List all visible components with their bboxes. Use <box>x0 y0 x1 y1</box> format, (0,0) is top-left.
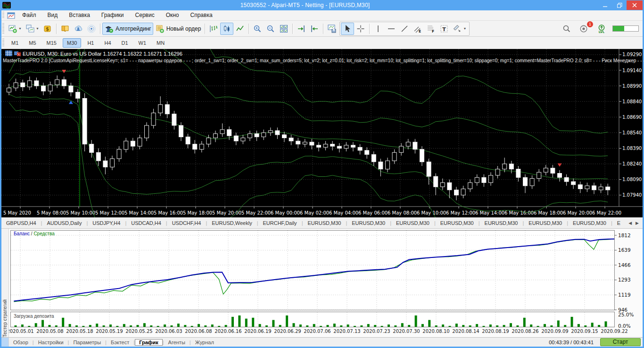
template-button[interactable] <box>325 23 339 35</box>
tester-sidebar-tab[interactable]: Тестер стратегий <box>1 229 9 337</box>
crosshair-button[interactable] <box>354 23 367 35</box>
minimize-button[interactable] <box>598 0 612 10</box>
line-chart-button[interactable] <box>233 23 247 35</box>
one-click-trading-icon[interactable] <box>14 50 21 57</box>
market-button[interactable] <box>58 23 72 35</box>
tester-tab-обзор[interactable]: Обзор <box>9 339 33 346</box>
tester-tab-график[interactable]: График <box>135 339 163 346</box>
text-label-button[interactable]: T <box>438 23 451 35</box>
chart-tab[interactable]: EURUSD,M30 <box>480 219 523 227</box>
auto-scroll-button[interactable] <box>295 23 308 35</box>
chart-tab[interactable]: EURUSD,M30 <box>568 219 611 227</box>
timeframe-h4[interactable]: H4 <box>100 38 115 48</box>
tile-windows-icon <box>279 24 289 33</box>
notifications-button[interactable]: 1 <box>578 23 591 35</box>
horizontal-line-button[interactable] <box>385 23 398 35</box>
chart-tab[interactable]: GBPUSD,H4 <box>1 219 41 227</box>
chart-window-icon[interactable] <box>6 12 17 19</box>
objects-button[interactable]: ▼ <box>451 23 468 35</box>
tester-balance-chart[interactable]: 2020.05.012020.05.082020.05.182020.05.19… <box>9 229 643 337</box>
chart-tab[interactable]: USDCAD,H4 <box>126 219 166 227</box>
svg-text:5 May 2020: 5 May 2020 <box>3 210 31 215</box>
timeframe-m15[interactable]: M15 <box>42 38 61 48</box>
timeframe-mn[interactable]: MN <box>152 38 169 48</box>
chart-tab[interactable]: EURUSD,M30 <box>436 219 479 227</box>
new-chart-button[interactable]: ▼ <box>6 23 24 35</box>
chart-tab[interactable]: USDJPY,H4 <box>88 219 125 227</box>
tester-tab-агенты[interactable]: Агенты <box>164 339 190 346</box>
algo-trading-button[interactable]: Алготрейдинг <box>102 23 153 35</box>
menu-файл[interactable]: Файл <box>17 10 42 20</box>
vps-cloud-button[interactable] <box>72 23 85 35</box>
restore-button[interactable] <box>612 0 627 10</box>
lvl-button[interactable]: LVL <box>595 23 608 35</box>
tester-tab-журнал[interactable]: Журнал <box>191 339 218 346</box>
crosshair-icon <box>356 24 365 33</box>
tester-tab-параметры[interactable]: Параметры <box>69 339 105 346</box>
menu-сервис[interactable]: Сервис <box>130 10 160 20</box>
menu-графики[interactable]: Графики <box>96 10 130 20</box>
fibonacci-button[interactable]: F <box>424 23 438 35</box>
chart-tab[interactable]: AUDUSD,Daily <box>42 219 86 227</box>
market-icon <box>60 24 70 33</box>
candles-chart-button[interactable] <box>220 23 233 35</box>
new-order-button[interactable]: Новый ордер <box>153 23 203 35</box>
chart-tab[interactable]: E <box>612 219 625 227</box>
tile-windows-button[interactable] <box>277 23 290 35</box>
timeframe-d1[interactable]: D1 <box>117 38 132 48</box>
zoom-out-button[interactable] <box>264 23 277 35</box>
chart-tab[interactable]: EURUSD,M30 <box>347 219 390 227</box>
tabs-scroll-left-icon[interactable]: ◀ <box>628 221 632 225</box>
chart-profiles-button[interactable]: ▼ <box>24 23 41 35</box>
chart-tab[interactable]: EURUSD,M30 <box>391 219 434 227</box>
depth-of-market-icon[interactable] <box>5 50 12 57</box>
chevron-down-icon[interactable]: ▼ <box>18 27 22 30</box>
chart-tab[interactable]: EURUSD,Weekly <box>207 219 256 227</box>
menu-вставка[interactable]: Вставка <box>63 10 96 20</box>
start-button[interactable]: Старт <box>600 338 641 346</box>
chevron-down-icon[interactable]: ▼ <box>36 27 39 30</box>
timeframe-w1[interactable]: W1 <box>134 38 151 48</box>
svg-text:5 May 16:00: 5 May 16:00 <box>154 210 183 215</box>
equidistant-channel-button[interactable]: E <box>411 23 424 35</box>
chart-area[interactable]: 5 May 20205 May 08:005 May 10:005 May 12… <box>1 49 643 217</box>
chart-tab[interactable]: USDCHF,H4 <box>167 219 206 227</box>
tester-chart-area[interactable]: 2020.05.012020.05.082020.05.182020.05.19… <box>9 229 643 337</box>
menu-окно[interactable]: Окно <box>160 10 185 20</box>
tester-tab-бэктест[interactable]: Бэктест <box>107 339 133 346</box>
toolbar-separator <box>292 24 293 34</box>
svg-text:2020.08.10: 2020.08.10 <box>422 329 449 334</box>
menu-справка[interactable]: Справка <box>185 10 218 20</box>
trendline-button[interactable] <box>398 23 411 35</box>
symbols-button[interactable]: $ <box>41 23 54 35</box>
chart-tab[interactable]: EURUSD,M30 <box>524 219 567 227</box>
chart-shift-button[interactable] <box>308 23 321 35</box>
svg-text:2020.06.03: 2020.06.03 <box>155 329 182 334</box>
signals-button[interactable] <box>85 23 98 35</box>
chart-tab[interactable]: EURUSD,M30 <box>303 219 346 227</box>
search-button[interactable] <box>560 23 573 35</box>
menu-вид[interactable]: Вид <box>42 10 64 20</box>
zoom-in-button[interactable] <box>251 23 264 35</box>
chart-tabs-bar: GBPUSD,H4|AUDUSD,Daily|USDJPY,H4|USDCAD,… <box>1 217 643 229</box>
svg-text:2020.09.09: 2020.09.09 <box>541 329 568 334</box>
timeframe-m5[interactable]: M5 <box>25 38 40 48</box>
chevron-down-icon[interactable]: ▼ <box>463 27 466 30</box>
timeframe-h1[interactable]: H1 <box>83 38 98 48</box>
vertical-line-button[interactable] <box>372 23 385 35</box>
tester-sidebar-tab-stub[interactable] <box>1 338 9 347</box>
chart-tab[interactable]: EURCHF,Daily <box>258 219 302 227</box>
tester-tab-настройки[interactable]: Настройки <box>34 339 68 346</box>
timeframe-m1[interactable]: M1 <box>7 38 23 48</box>
svg-text:1.08540: 1.08540 <box>622 130 642 135</box>
price-chart[interactable]: 5 May 20205 May 08:005 May 10:005 May 12… <box>1 49 643 217</box>
bars-chart-button[interactable]: 1 <box>207 23 220 35</box>
svg-text:2020.06.16: 2020.06.16 <box>215 329 241 334</box>
timeframe-m30[interactable]: M30 <box>63 38 81 48</box>
tabs-scroll-right-icon[interactable]: ▶ <box>636 221 639 225</box>
close-button[interactable] <box>627 0 643 10</box>
trendline-icon <box>400 24 409 33</box>
svg-text:6 May 12:00: 6 May 12:00 <box>446 210 475 215</box>
svg-text:6 May 08:00: 6 May 08:00 <box>388 210 417 215</box>
cursor-button[interactable] <box>341 23 354 35</box>
